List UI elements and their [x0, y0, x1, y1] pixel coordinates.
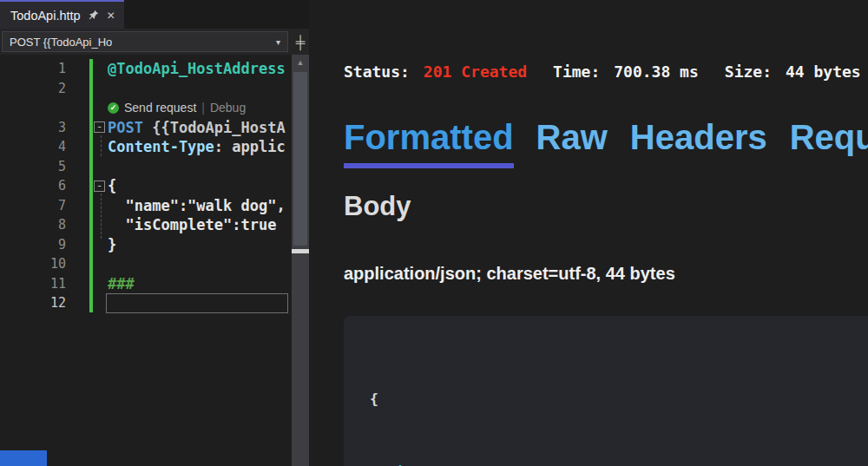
request-selector-value: POST {{TodoApi_Ho: [10, 36, 112, 49]
splitter-grip[interactable]: [292, 249, 309, 253]
editor-scrollbar[interactable]: ▲: [292, 55, 309, 466]
codelens: ✓ Send request | Debug: [108, 101, 292, 115]
codelens-divider: |: [201, 101, 205, 115]
json-line: "id": 1,: [370, 460, 868, 466]
change-tracking-bar: [89, 59, 93, 312]
response-status-row: Status: 201 Created Time: 700.38 ms Size…: [344, 62, 861, 81]
send-request-check-icon: ✓: [108, 102, 119, 114]
request-toolbar: POST {{TodoApi_Ho ▾ ╪: [0, 29, 309, 55]
code-text: POST {{TodoApi_HostA: [108, 119, 292, 136]
tab-formatted[interactable]: Formatted: [344, 118, 514, 168]
time-group: Time: 700.38 ms: [553, 62, 699, 81]
json-brace: {: [370, 391, 378, 407]
json-line: {: [370, 387, 868, 411]
body-heading: Body: [344, 191, 411, 222]
fold-collapse-icon[interactable]: -: [94, 180, 105, 192]
line-number: 2: [0, 81, 83, 96]
current-line-highlight: [106, 293, 288, 313]
split-orientation-icon[interactable]: ╪: [292, 31, 309, 52]
scrollbar-up-icon[interactable]: ▲: [292, 55, 309, 67]
fold-guide-line: [101, 194, 102, 239]
json-token: "isComplete":true: [108, 216, 276, 233]
brace-token: }: [108, 236, 116, 253]
line-number: 8: [0, 217, 83, 233]
line-number: 6: [0, 178, 83, 194]
pin-icon-svg: [89, 10, 99, 20]
code-line[interactable]: 4 Content-Type: applic: [0, 137, 292, 157]
tab-headers[interactable]: Headers: [630, 118, 767, 168]
tab-raw[interactable]: Raw: [536, 118, 608, 168]
url-token: {{TodoApi_HostA: [143, 119, 286, 136]
http-method-token: POST: [108, 119, 143, 136]
tab-request[interactable]: Request: [790, 118, 868, 168]
code-text: "isComplete":true: [108, 216, 292, 233]
line-number: 5: [0, 159, 83, 174]
fold-guide-line: [101, 135, 102, 156]
send-request-link[interactable]: Send request: [124, 101, 196, 115]
size-value: 44 bytes: [786, 62, 861, 81]
header-name-token: Content-Type: [108, 138, 214, 155]
code-line[interactable]: 3 - POST {{TodoApi_HostA: [0, 118, 292, 138]
json-token: "name":"walk dog",: [108, 197, 286, 214]
code-line[interactable]: 6 - {: [0, 176, 292, 196]
vs-http-editor-window: TodoApi.http ✕ POST {{TodoApi_Ho ▾ ╪ 1 @…: [0, 0, 868, 466]
status-value: 201 Created: [424, 62, 527, 81]
scrollbar-thumb[interactable]: [293, 72, 307, 246]
status-label: Status:: [344, 62, 410, 81]
code-line[interactable]: 11 ###: [0, 274, 292, 294]
code-text: }: [108, 236, 292, 253]
variable-token: @TodoApi_HostAddress: [108, 60, 286, 77]
brace-token: {: [108, 177, 116, 194]
time-label: Time:: [553, 62, 600, 81]
code-line[interactable]: 9 }: [0, 235, 292, 255]
http-editor[interactable]: 1 @TodoApi_HostAddress 2 ✓ Send request …: [0, 55, 292, 466]
line-number: 7: [0, 198, 83, 213]
code-text: Content-Type: applic: [108, 138, 292, 155]
editor-tab-todoapi[interactable]: TodoApi.http ✕: [0, 0, 124, 29]
fold-gutter: -: [83, 180, 108, 192]
code-line[interactable]: 5: [0, 157, 292, 177]
fold-collapse-icon[interactable]: -: [94, 121, 105, 133]
line-number: 3: [0, 120, 83, 135]
response-pane: Status: 201 Created Time: 700.38 ms Size…: [309, 0, 868, 466]
code-text: {: [108, 177, 292, 194]
code-line[interactable]: 1 @TodoApi_HostAddress: [0, 59, 292, 79]
pin-icon[interactable]: [89, 10, 99, 22]
code-text: "name":"walk dog",: [108, 197, 292, 214]
close-icon[interactable]: ✕: [107, 10, 115, 21]
code-line[interactable]: 7 "name":"walk dog",: [0, 196, 292, 216]
size-group: Size: 44 bytes: [725, 62, 861, 81]
tab-title: TodoApi.http: [10, 9, 81, 23]
delimiter-token: ###: [108, 275, 135, 292]
response-tabs: Formatted Raw Headers Request: [344, 118, 868, 168]
codelens-line: ✓ Send request | Debug: [0, 98, 292, 118]
content-type-summary: application/json; charset=utf-8, 44 byte…: [344, 264, 675, 284]
chevron-down-icon: ▾: [276, 37, 280, 47]
tab-strip: TodoApi.http ✕: [0, 0, 309, 29]
size-label: Size:: [725, 62, 772, 81]
fold-gutter: -: [83, 121, 108, 133]
code-line[interactable]: 8 "isComplete":true: [0, 215, 292, 235]
code-line[interactable]: 10: [0, 254, 292, 274]
line-number: 9: [0, 237, 83, 253]
status-bar-fragment: [0, 450, 47, 466]
line-number: 1: [0, 61, 83, 76]
request-selector[interactable]: POST {{TodoApi_Ho ▾: [2, 31, 288, 52]
line-number: 4: [0, 139, 83, 154]
header-value-token: : applic: [214, 138, 286, 155]
debug-link[interactable]: Debug: [210, 101, 246, 115]
line-number: 10: [0, 256, 83, 272]
time-value: 700.38 ms: [614, 62, 699, 81]
code-text: @TodoApi_HostAddress: [108, 60, 292, 77]
code-line[interactable]: 2: [0, 79, 292, 99]
line-number: 11: [0, 276, 83, 292]
response-body-json: { "id": 1, "name": "walk dog", "isComple…: [344, 316, 868, 466]
code-text: ###: [108, 275, 292, 292]
line-number-current: 12: [0, 295, 83, 311]
status-group: Status: 201 Created: [344, 62, 527, 81]
